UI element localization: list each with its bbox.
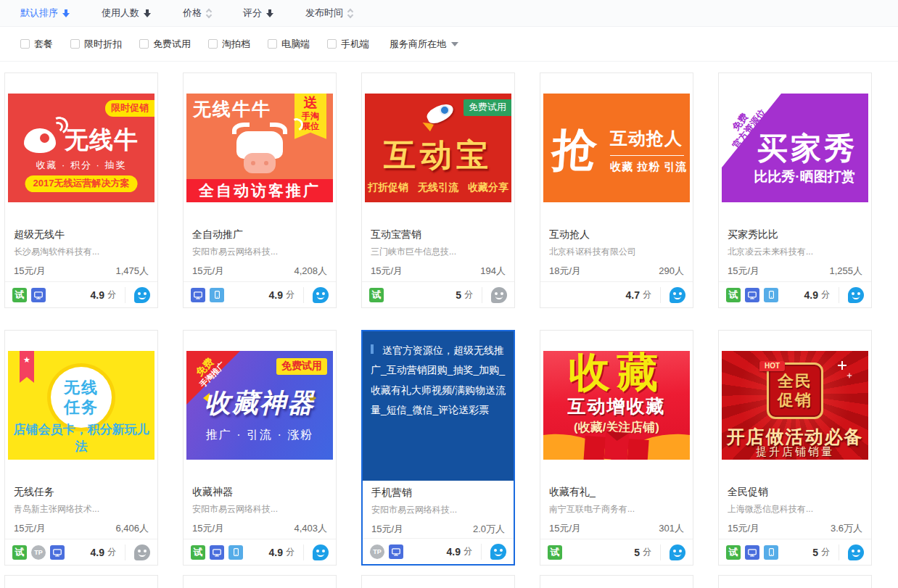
- sort-item-publish-time[interactable]: 发布时间: [305, 7, 353, 20]
- trial-badge: 试: [548, 545, 562, 560]
- pc-icon: [389, 544, 403, 559]
- card-footer: 4.7分: [540, 281, 693, 307]
- wangwang-icon[interactable]: [848, 287, 864, 303]
- trial-badge: 试: [726, 545, 741, 560]
- app-title: 超级无线牛: [14, 227, 149, 241]
- app-card[interactable]: HOT 全民 促销 开店做活动必备 提升店铺销量 全民促销 上海微悉信息科技有.…: [718, 330, 872, 566]
- app-banner: 收藏 互动增收藏 (收藏/关注店铺): [543, 351, 690, 460]
- checkbox[interactable]: [139, 39, 149, 49]
- wangwang-icon[interactable]: [848, 544, 864, 560]
- filter-free-trial[interactable]: 免费试用: [139, 38, 191, 51]
- app-title: 手机营销: [371, 485, 505, 500]
- card-footer: 试 4.9分: [184, 539, 336, 565]
- checkbox[interactable]: [268, 39, 277, 49]
- app-title: 买家秀比比: [728, 227, 862, 241]
- app-title: 全民促销: [728, 484, 862, 499]
- sort-item-label: 评分: [243, 7, 262, 20]
- sort-item-default[interactable]: 默认排序: [20, 7, 70, 20]
- card-info: 互动抢人 北京科讴科技有限公司 18元/月290人: [549, 227, 684, 278]
- wireless-bird-logo-icon: [24, 128, 56, 153]
- trial-badge: 试: [12, 545, 27, 560]
- sort-bar: 默认排序 使用人数 价格 评分 发布时间: [0, 0, 898, 27]
- provider-location-dropdown[interactable]: 服务商所在地: [390, 38, 458, 51]
- rocket-icon: [418, 99, 458, 131]
- app-company: 南宁互联电子商务有...: [549, 502, 684, 515]
- pc-icon: [745, 288, 759, 302]
- wangwang-icon[interactable]: [313, 287, 329, 303]
- app-price: 15元/月: [192, 265, 224, 278]
- service-market-page: 默认排序 使用人数 价格 评分 发布时间 套餐 限时折扣 免费试用 淘拍档 电脑…: [0, 0, 898, 588]
- app-price: 15元/月: [14, 265, 46, 278]
- rating-value: 4.9: [804, 289, 818, 301]
- app-card[interactable]: [718, 575, 872, 588]
- app-price: 18元/月: [549, 265, 581, 278]
- app-card[interactable]: [540, 575, 693, 588]
- app-card-grid: 限时促销 无线牛 收藏 · 积分 · 抽奖 2017无线运营解决方案 超级无线牛…: [4, 73, 872, 566]
- app-card[interactable]: 免费 官方资源位 买家秀 比比秀·晒图打赏 买家秀比比 北京凌云未来科技有...…: [718, 73, 872, 308]
- app-card[interactable]: 免费试用 互动宝 打折促销 无线引流 收藏分享 互动宝营销 三门峡市巨牛信息技.…: [361, 73, 515, 308]
- app-company: 安阳市易云网络科技...: [192, 502, 327, 515]
- checkbox[interactable]: [208, 39, 218, 49]
- sort-item-rating[interactable]: 评分: [243, 7, 273, 20]
- app-card[interactable]: [4, 575, 158, 588]
- bookmark-ribbon: ★: [20, 351, 34, 383]
- app-card[interactable]: 限时促销 无线牛 收藏 · 积分 · 抽奖 2017无线运营解决方案 超级无线牛…: [4, 73, 158, 308]
- app-card-selected[interactable]: 送官方资源位，超级无线推广_互动营销团购_抽奖_加购_收藏有礼大师视频/满购物送…: [361, 330, 515, 566]
- rating-value: 4.9: [269, 289, 283, 301]
- filter-pc[interactable]: 电脑端: [268, 38, 310, 51]
- app-price: 15元/月: [14, 522, 46, 535]
- app-card[interactable]: 免费 手淘推广 免费试用 收藏神器 推广 · 引流 · 涨粉 收藏神器 安阳市易…: [183, 330, 337, 566]
- app-card[interactable]: 无线牛牛 送 手淘 展位 全自动访客推广 全自动推广 安阳市易云网络科技... …: [183, 73, 337, 308]
- filter-bar: 套餐 限时折扣 免费试用 淘拍档 电脑端 手机端 服务商所在地: [0, 27, 898, 62]
- rating-value: 4.9: [447, 546, 461, 558]
- checkbox[interactable]: [70, 39, 80, 49]
- filter-package[interactable]: 套餐: [20, 38, 53, 51]
- checkbox[interactable]: [20, 39, 30, 49]
- filter-limited-discount[interactable]: 限时折扣: [70, 38, 122, 51]
- promo-tag: 限时促销: [105, 100, 155, 117]
- red-envelope-icon: [604, 431, 630, 460]
- app-company: 上海微悉信息科技有...: [728, 502, 862, 515]
- sort-item-label: 发布时间: [305, 7, 343, 20]
- app-description-panel: 送官方资源位，超级无线推广_互动营销团购_抽奖_加购_收藏有礼大师视频/满购物送…: [363, 331, 514, 481]
- pc-icon: [745, 545, 759, 560]
- hot-tag: HOT: [759, 361, 785, 371]
- card-footer: 试 4.9分: [5, 281, 157, 307]
- sort-item-price[interactable]: 价格: [183, 7, 211, 20]
- app-card[interactable]: [183, 575, 337, 588]
- app-company: 安阳市易云网络科技...: [192, 245, 327, 258]
- app-card[interactable]: 收藏 互动增收藏 (收藏/关注店铺) 收藏有礼_ 南宁互联电子商务有... 15…: [540, 330, 693, 566]
- app-users: 1,475人: [115, 265, 149, 278]
- app-banner: ★ 无线 任务 店铺会员卡，积分新玩儿法: [8, 351, 155, 460]
- app-card[interactable]: [361, 575, 515, 588]
- app-users: 1,255人: [829, 265, 862, 278]
- wangwang-icon[interactable]: [490, 544, 506, 560]
- wangwang-icon[interactable]: [313, 544, 329, 560]
- filter-tp-partner[interactable]: 淘拍档: [208, 38, 250, 51]
- rating-value: 4.9: [91, 289, 104, 301]
- wangwang-icon[interactable]: [134, 544, 150, 560]
- app-company: 青岛新主张网络技术...: [14, 502, 149, 515]
- checkbox[interactable]: [327, 39, 337, 49]
- sort-item-users[interactable]: 使用人数: [102, 7, 151, 20]
- filter-mobile[interactable]: 手机端: [327, 38, 369, 51]
- mobile-icon: [228, 545, 243, 560]
- rating-value: 5: [812, 547, 818, 558]
- app-company: 安阳市易云网络科技...: [371, 503, 505, 516]
- card-footer: 试 5分: [540, 539, 693, 565]
- app-card[interactable]: 抢 互动抢人 收藏 拉粉 引流 互动抢人 北京科讴科技有限公司 18元/月290…: [540, 73, 693, 308]
- card-info: 全自动推广 安阳市易云网络科技... 15元/月4,208人: [192, 227, 327, 278]
- app-users: 290人: [659, 265, 684, 278]
- wangwang-icon[interactable]: [134, 287, 150, 303]
- pc-icon: [50, 545, 65, 560]
- wangwang-icon[interactable]: [491, 287, 507, 303]
- app-title: 互动抢人: [549, 227, 684, 241]
- app-card[interactable]: ★ 无线 任务 店铺会员卡，积分新玩儿法 无线任务 青岛新主张网络技术... 1…: [4, 330, 158, 566]
- card-info: 手机营销 安阳市易云网络科技... 15元/月2.0万人: [371, 485, 505, 536]
- wangwang-icon[interactable]: [670, 287, 685, 303]
- wangwang-icon[interactable]: [670, 544, 685, 560]
- sparkle-icon: [847, 373, 852, 378]
- app-users: 301人: [659, 522, 684, 535]
- app-users: 4,208人: [294, 265, 327, 278]
- trial-badge: 试: [12, 288, 27, 302]
